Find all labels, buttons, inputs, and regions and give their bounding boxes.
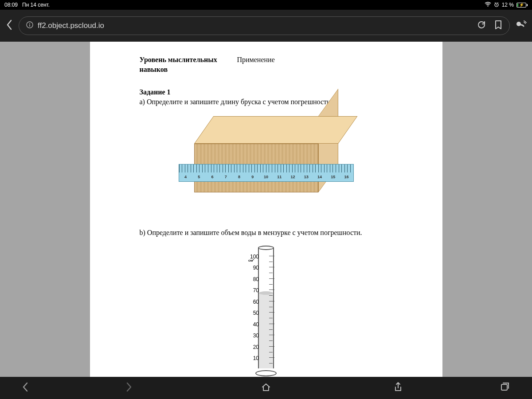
status-bar: 08:09 Пн 14 сент. 12 % ⚡ xyxy=(0,0,532,10)
cylinder-scale: 100 90 80 70 60 50 40 30 20 10 xyxy=(248,253,259,366)
status-date: Пн 14 сент. xyxy=(22,2,50,8)
alarm-icon xyxy=(494,2,499,8)
task-part-a: a) Определите и запишите длину бруска с … xyxy=(140,97,393,107)
wifi-icon xyxy=(485,2,491,8)
bookmark-icon[interactable] xyxy=(494,20,502,32)
reader-icon[interactable] xyxy=(515,20,527,31)
skill-level-label: Уровень мыслительных навыков xyxy=(140,55,237,74)
battery-pct: 12 % xyxy=(502,2,514,8)
share-icon[interactable] xyxy=(394,382,403,394)
nav-forward-icon[interactable] xyxy=(126,382,132,394)
browser-toolbar: ff2.object.pscloud.io xyxy=(0,10,532,42)
svg-point-4 xyxy=(516,22,521,26)
page-viewport[interactable]: Уровень мыслительных навыков Применение … xyxy=(0,42,532,377)
task-title: Задание 1 xyxy=(140,87,393,97)
url-text: ff2.object.pscloud.io xyxy=(38,21,104,30)
site-info-icon[interactable] xyxy=(26,21,33,31)
url-bar[interactable]: ff2.object.pscloud.io xyxy=(19,16,510,35)
tabs-icon[interactable] xyxy=(500,382,510,394)
figure-cylinder: 100 90 80 70 60 50 40 30 20 10 см³ xyxy=(253,246,279,376)
svg-rect-5 xyxy=(501,384,507,390)
skill-level-value: Применение xyxy=(237,55,393,74)
nav-back-icon[interactable] xyxy=(22,382,28,394)
bottom-nav xyxy=(0,377,532,399)
home-icon[interactable] xyxy=(261,382,271,394)
figure-block-ruler: 45678910111213141516 xyxy=(179,116,354,197)
ruler-numbers: 45678910111213141516 xyxy=(179,174,353,180)
battery-icon: ⚡ xyxy=(516,3,528,8)
status-time: 08:09 xyxy=(4,2,18,8)
svg-point-2 xyxy=(29,23,30,24)
back-icon[interactable] xyxy=(5,19,13,33)
ruler: 45678910111213141516 xyxy=(179,164,354,182)
task-part-b: b) Определите и запишите объем воды в ме… xyxy=(140,228,393,238)
cylinder-unit: см³ xyxy=(248,258,254,263)
svg-rect-3 xyxy=(29,24,30,27)
reload-icon[interactable] xyxy=(477,20,486,32)
document-page: Уровень мыслительных навыков Применение … xyxy=(90,42,442,377)
